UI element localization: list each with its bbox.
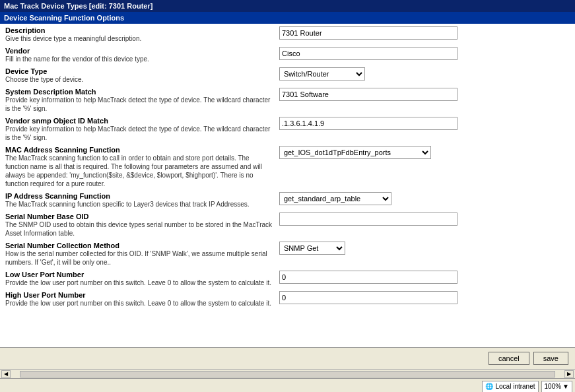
description-label: Description [5,26,274,34]
serial-method-row: Serial Number Collection Method How is t… [5,242,570,267]
mac-scan-label-area: MAC Address Scanning Function The MacTra… [5,146,279,188]
serial-oid-input-area [279,212,570,226]
high-port-label-area: High User Port Number Provide the low us… [5,291,279,308]
ip-scan-label-area: IP Address Scanning Function The MacTrac… [5,192,279,209]
description-input-area [279,26,570,40]
mac-scan-select[interactable]: get_IOS_dot1dTpFdbEntry_ports get_standa… [279,146,431,159]
zoom-label: 100% [545,383,562,390]
system-desc-label-area: System Description Match Provide key inf… [5,88,279,113]
low-port-label: Low User Port Number [5,271,274,278]
low-port-input[interactable] [279,271,457,284]
horizontal-scrollbar: ◀ ▶ [0,369,575,378]
globe-icon: 🌐 [485,383,493,390]
ip-scan-select-area: get_standard_arp_table None [279,192,570,205]
device-type-label: Device Type [5,67,274,75]
section-header-text: Device Scanning Function Options [4,14,124,22]
mac-scan-select-area: get_IOS_dot1dTpFdbEntry_ports get_standa… [279,146,570,159]
mac-scan-desc: The MacTrack scanning function to call i… [5,154,262,187]
scroll-right-btn[interactable]: ▶ [564,370,574,378]
description-label-area: Description Give this device type a mean… [5,26,279,43]
vendor-desc: Fill in the name for the vendor of this … [5,55,149,63]
serial-oid-desc: The SNMP OID used to obtain this device … [5,221,272,237]
high-port-input[interactable] [279,291,457,304]
serial-method-label: Serial Number Collection Method [5,242,274,249]
low-port-row: Low User Port Number Provide the low use… [5,271,570,287]
vendor-snmp-row: Vendor snmp Object ID Match Provide key … [5,117,570,142]
vendor-snmp-input-area [279,117,570,130]
device-type-row: Device Type Choose the type of device. S… [5,67,570,84]
zoom-section: 100% ▼ [541,381,572,393]
section-header: Device Scanning Function Options [0,12,575,24]
description-row: Description Give this device type a mean… [5,26,570,43]
serial-oid-row: Serial Number Base OID The SNMP OID used… [5,212,570,238]
high-port-row: High User Port Number Provide the low us… [5,291,570,308]
low-port-desc: Provide the low user port number on this… [5,279,271,286]
device-type-select[interactable]: Switch/Router Router Switch [279,67,365,81]
save-button[interactable]: save [533,352,568,365]
low-port-input-area [279,271,570,284]
system-desc-input[interactable] [279,88,457,101]
ip-scan-select[interactable]: get_standard_arp_table None [279,192,391,205]
serial-method-select[interactable]: SNMP Get SNMP Walk [279,242,345,255]
system-desc-row: System Description Match Provide key inf… [5,88,570,113]
main-content: Description Give this device type a mean… [0,24,575,347]
scroll-left-btn[interactable]: ◀ [1,370,11,378]
vendor-label-area: Vendor Fill in the name for the vendor o… [5,47,279,63]
vendor-input[interactable] [279,47,457,60]
bottom-bar: cancel save [0,347,575,369]
description-desc: Give this device type a meaningful descr… [5,35,141,42]
vendor-label: Vendor [5,47,274,55]
intranet-label: Local intranet [495,383,535,390]
vendor-snmp-label: Vendor snmp Object ID Match [5,117,274,125]
serial-method-select-area: SNMP Get SNMP Walk [279,242,570,255]
system-desc-desc: Provide key information to help MacTrack… [5,96,270,112]
vendor-snmp-label-area: Vendor snmp Object ID Match Provide key … [5,117,279,142]
mac-scan-row: MAC Address Scanning Function The MacTra… [5,146,570,188]
description-input[interactable] [279,26,457,40]
status-bar: 🌐 Local intranet 100% ▼ [0,378,575,392]
mac-scan-label: MAC Address Scanning Function [5,146,274,154]
ip-scan-row: IP Address Scanning Function The MacTrac… [5,192,570,209]
title-text: Mac Track Device Types [edit: 7301 Route… [4,2,152,10]
low-port-label-area: Low User Port Number Provide the low use… [5,271,279,287]
vendor-input-area [279,47,570,60]
high-port-desc: Provide the low user port number on this… [5,300,271,307]
device-type-select-area: Switch/Router Router Switch [279,67,570,81]
device-type-desc: Choose the type of device. [5,76,83,83]
vendor-snmp-desc: Provide key information to help MacTrack… [5,125,270,141]
high-port-input-area [279,291,570,304]
title-bar: Mac Track Device Types [edit: 7301 Route… [0,0,575,12]
vendor-snmp-input[interactable] [279,117,457,130]
ip-scan-desc: The MacTrack scanning function specific … [5,201,250,208]
cancel-button[interactable]: cancel [489,352,529,365]
zoom-icon: ▼ [562,383,569,390]
system-desc-label: System Description Match [5,88,274,96]
system-desc-input-area [279,88,570,101]
serial-method-label-area: Serial Number Collection Method How is t… [5,242,279,267]
serial-oid-label: Serial Number Base OID [5,212,274,220]
intranet-section: 🌐 Local intranet [482,381,538,393]
ip-scan-label: IP Address Scanning Function [5,192,274,200]
serial-oid-input[interactable] [279,212,457,226]
high-port-label: High User Port Number [5,291,274,299]
serial-oid-label-area: Serial Number Base OID The SNMP OID used… [5,212,279,238]
scroll-track[interactable] [20,371,555,377]
vendor-row: Vendor Fill in the name for the vendor o… [5,47,570,63]
serial-method-desc: How is the serial number collected for t… [5,250,267,266]
device-type-label-area: Device Type Choose the type of device. [5,67,279,84]
